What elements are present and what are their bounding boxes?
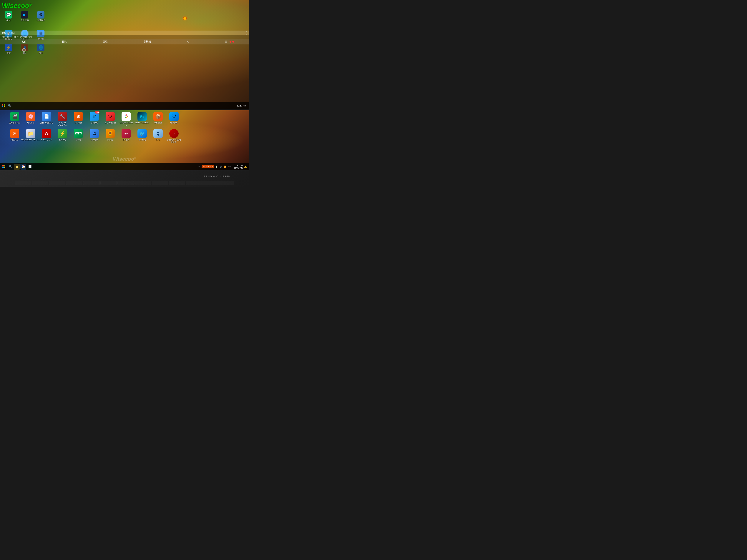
google-chrome-desktop[interactable]: Google Chrome -... bbox=[119, 112, 133, 126]
volume-tray[interactable]: 🔊 bbox=[219, 165, 223, 168]
svg-rect-1 bbox=[4, 104, 5, 106]
tencent-video-label: 腾讯视频 bbox=[21, 19, 29, 22]
search-button-bottom[interactable]: 🔍 bbox=[7, 164, 14, 170]
yuanqi-icon-img: 🌸 bbox=[26, 112, 35, 121]
bottom-icon-row-2: 阿 阿里卖家 📁 HZ_W9UHD_XB1_1... W WPS办公助手 ⚡ 系… bbox=[7, 129, 247, 143]
search-button-top[interactable]: 🔍 bbox=[7, 102, 12, 109]
control-panel-desktop[interactable]: ⚙ 控制面板 bbox=[34, 11, 47, 22]
control-panel-label: 控制面板 bbox=[37, 19, 45, 22]
bottom-clock-date: 11/9/2022 bbox=[234, 167, 243, 169]
pinned-explorer[interactable]: 📁 bbox=[14, 164, 20, 170]
qfil-icon-img: Q bbox=[153, 129, 163, 138]
tencent-video-desktop[interactable]: ▶ 腾讯视频 bbox=[18, 11, 31, 22]
pc-mgr-desktop[interactable]: 🛡 电脑管家 bbox=[167, 112, 181, 124]
wechat-icon-img: 💬 bbox=[5, 11, 12, 19]
cpu-temp-tray: 75°C CPU温度 bbox=[202, 165, 214, 168]
wisecoo-logo-top: Wisecoo® bbox=[2, 2, 32, 10]
isp-tool-desktop[interactable]: 🔧 ISP_Tool V4.5.140... bbox=[55, 112, 70, 126]
tencent-video-icon-img: ▶ bbox=[21, 11, 28, 19]
sunflower-icon-img: 🌻 bbox=[106, 129, 115, 138]
hz-label: HZ_W9UHD_XB1_1... bbox=[21, 139, 40, 141]
soft-mgr-icon-img: 📦 bbox=[153, 112, 163, 121]
bottom-clock-time: 11:53 AM bbox=[234, 164, 243, 167]
start-button-top[interactable] bbox=[0, 102, 7, 109]
start-button-bottom[interactable] bbox=[1, 164, 7, 170]
drive-icon-img: 驱 bbox=[74, 112, 83, 121]
junk-clean-wrapper: 🗑 10G bbox=[90, 112, 99, 122]
antivirus-icon-img: 🛡 bbox=[106, 112, 115, 121]
svg-rect-9 bbox=[2, 167, 4, 168]
keyboard-area: BANG & OLUFSEN bbox=[0, 170, 249, 187]
wps-label: WPS办公助手 bbox=[41, 139, 52, 141]
bird-wp-label: 小鸟壁纸 bbox=[138, 139, 146, 141]
bird-wp-desktop[interactable]: 🐦 小鸟壁纸 bbox=[135, 129, 149, 141]
hz-desktop[interactable]: 📁 HZ_W9UHD_XB1_1... bbox=[23, 129, 38, 141]
weather-tray[interactable]: 🌤 bbox=[198, 165, 201, 168]
yuanqi-desktop[interactable]: 🌸 元气桌面 bbox=[23, 112, 38, 124]
my-pc-desktop[interactable]: 🖥 我的电脑 bbox=[87, 129, 102, 141]
bottom-monitor: Wisecoo® 🎬 爱奇艺影视库 🌸 元气桌面 📄 文档 - 快捷方式 🔧 I bbox=[0, 109, 249, 170]
doc-label: 文档 - 快捷方式 bbox=[40, 122, 53, 124]
control-panel-icon-img: ⚙ bbox=[37, 11, 45, 19]
doc-desktop[interactable]: 📄 文档 - 快捷方式 bbox=[39, 112, 54, 124]
chrome-label: Google Chrome -... bbox=[119, 122, 133, 126]
pinned-app-3[interactable]: 📊 bbox=[27, 164, 33, 170]
bottom-icon-area: 🎬 爱奇艺影视库 🌸 元气桌面 📄 文档 - 快捷方式 🔧 ISP_Tool V… bbox=[7, 112, 247, 143]
svg-rect-7 bbox=[2, 165, 4, 166]
ev-icon-img: EV bbox=[122, 129, 131, 138]
bird-wp-icon-img: 🐦 bbox=[137, 129, 147, 138]
iqiyi2-desktop[interactable]: iQIYI 爱奇艺 bbox=[71, 129, 85, 141]
wechat-label: 微信 bbox=[6, 19, 10, 22]
scroll-indicator bbox=[247, 31, 247, 35]
language-tray[interactable]: ENG bbox=[228, 165, 233, 168]
photoshop-label: Adobe Photosh... bbox=[135, 122, 149, 124]
fm-tab-compress[interactable]: 压缩 bbox=[103, 40, 108, 43]
alibaba-label: 阿里卖家 bbox=[11, 139, 18, 141]
fm-tab-media[interactable]: 音视频 bbox=[144, 40, 151, 43]
fm-menu-btn[interactable]: ☰ bbox=[225, 40, 227, 44]
chrome-icon-img bbox=[122, 112, 131, 121]
touch-cursor bbox=[22, 48, 26, 52]
antivirus-desktop[interactable]: 🛡 毒霸网址大全 bbox=[103, 112, 118, 124]
fm-tab-image[interactable]: 图片 bbox=[62, 40, 67, 43]
file-manager-tab-bar: 文件 图片 压缩 音视频 ✕ ☰ bbox=[0, 39, 249, 45]
sunflower-desktop[interactable]: 🌻 向日葵 bbox=[103, 129, 118, 141]
svg-rect-0 bbox=[2, 104, 3, 106]
doc-icon-img: 📄 bbox=[42, 112, 51, 121]
bottom-taskbar-left: 🔍 📁 📊 bbox=[1, 164, 33, 170]
soft-mgr-desktop[interactable]: 📦 软件管理 bbox=[151, 112, 165, 124]
wechat-icon-desktop[interactable]: 💬 微信 bbox=[2, 11, 15, 22]
pinned-chrome-taskbar[interactable] bbox=[20, 164, 26, 170]
bank-label: 大新银行(中国网银助手) bbox=[167, 139, 181, 143]
battery-tray[interactable]: 🔋 bbox=[215, 165, 218, 168]
junk-clean-desktop[interactable]: 🗑 10G 垃圾清理 bbox=[87, 112, 102, 124]
svg-point-13 bbox=[23, 166, 24, 167]
ev-record-label: EV录屏 bbox=[123, 139, 129, 141]
qfil-label: QFIL bbox=[156, 139, 160, 141]
top-taskbar: 🔍 11:53 AM bbox=[0, 102, 249, 109]
lizard-eye-decoration bbox=[183, 17, 187, 20]
fm-close-btn[interactable]: ✕ bbox=[186, 40, 189, 44]
alibaba-desktop[interactable]: 阿 阿里卖家 bbox=[7, 129, 22, 141]
fm-tab-file[interactable]: 文件 bbox=[22, 40, 26, 43]
antivirus-label: 毒霸网址大全 bbox=[105, 122, 116, 124]
top-icon-row-1: 💬 微信 ▶ 腾讯视频 ⚙ 控制面板 bbox=[2, 11, 47, 22]
sub-notification-text: BU1_10_1110T_1107_26022021 bbox=[2, 36, 32, 38]
sys-opt-desktop[interactable]: ⚡ 系统优化 bbox=[55, 129, 70, 141]
bank-desktop[interactable]: 大 大新银行(中国网银助手) bbox=[167, 129, 181, 143]
network-tray[interactable]: 📶 bbox=[224, 165, 227, 168]
svg-rect-8 bbox=[4, 165, 5, 166]
photoshop-desktop[interactable]: Ps Adobe Photosh... bbox=[135, 112, 149, 124]
drive-spirit-desktop[interactable]: 驱 驱动精灵 bbox=[71, 112, 85, 124]
yuanqi-label: 元气桌面 bbox=[27, 122, 34, 124]
sunflower-label: 向日葵 bbox=[107, 139, 113, 141]
keyboard-keys bbox=[15, 181, 234, 185]
my-pc-label: 我的电脑 bbox=[91, 139, 98, 141]
notifications-tray[interactable]: 🔔 bbox=[244, 165, 247, 168]
ev-record-desktop[interactable]: EV EV录屏 bbox=[119, 129, 133, 141]
bank-icon-img: 大 bbox=[169, 129, 179, 138]
wps-desktop[interactable]: W WPS办公助手 bbox=[39, 129, 54, 141]
iqiyi-film-desktop[interactable]: 🎬 爱奇艺影视库 bbox=[7, 112, 22, 124]
qfil-desktop[interactable]: Q QFIL bbox=[151, 129, 165, 141]
iqiyi2-icon-img: iQIYI bbox=[74, 129, 83, 138]
